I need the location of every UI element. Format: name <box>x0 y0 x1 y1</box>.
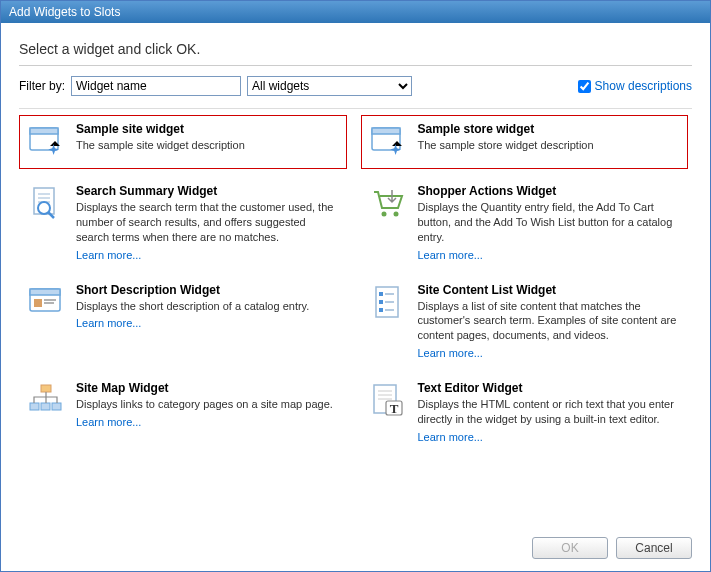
widget-description: Displays the short description of a cata… <box>76 299 340 314</box>
widget-title: Shopper Actions Widget <box>418 184 682 198</box>
widget-title: Site Map Widget <box>76 381 340 395</box>
widget-text: Sample site widgetThe sample site widget… <box>76 122 340 162</box>
learn-more-link[interactable]: Learn more... <box>418 249 682 261</box>
svg-point-11 <box>393 212 398 217</box>
widget-title: Text Editor Widget <box>418 381 682 395</box>
widget-text: Shopper Actions WidgetDisplays the Quant… <box>418 184 682 261</box>
widget-text: Site Content List WidgetDisplays a list … <box>418 283 682 360</box>
svg-rect-13 <box>30 289 60 295</box>
filter-select[interactable]: All widgets <box>247 76 412 96</box>
content-list-icon <box>368 283 408 323</box>
widget-item[interactable]: Site Content List WidgetDisplays a list … <box>361 276 689 367</box>
short-desc-icon <box>26 283 66 323</box>
widget-title: Site Content List Widget <box>418 283 682 297</box>
widget-item[interactable]: Site Map WidgetDisplays links to categor… <box>19 374 347 450</box>
window-new-icon <box>368 122 408 162</box>
search-doc-icon <box>26 184 66 224</box>
svg-point-10 <box>381 212 386 217</box>
widget-item[interactable]: Search Summary WidgetDisplays the search… <box>19 177 347 268</box>
filter-input[interactable] <box>71 76 241 96</box>
widget-description: Displays links to category pages on a si… <box>76 397 340 412</box>
widget-text: Search Summary WidgetDisplays the search… <box>76 184 340 261</box>
text-editor-icon: T <box>368 381 408 421</box>
learn-more-link[interactable]: Learn more... <box>76 249 340 261</box>
dialog-content: Select a widget and click OK. Filter by:… <box>1 23 710 571</box>
show-descriptions-toggle[interactable]: Show descriptions <box>578 79 692 93</box>
widget-title: Sample store widget <box>418 122 682 136</box>
svg-text:T: T <box>389 401 398 416</box>
svg-rect-20 <box>379 300 383 304</box>
widget-item[interactable]: TText Editor WidgetDisplays the HTML con… <box>361 374 689 450</box>
button-row: OK Cancel <box>19 525 692 559</box>
svg-rect-1 <box>30 128 58 134</box>
titlebar: Add Widgets to Slots <box>1 1 710 23</box>
widget-title: Sample site widget <box>76 122 340 136</box>
widget-description: The sample site widget description <box>76 138 340 153</box>
widget-title: Short Description Widget <box>76 283 340 297</box>
widget-text: Sample store widgetThe sample store widg… <box>418 122 682 162</box>
titlebar-text: Add Widgets to Slots <box>9 5 120 19</box>
show-descriptions-checkbox[interactable] <box>578 80 591 93</box>
svg-rect-14 <box>34 299 42 307</box>
learn-more-link[interactable]: Learn more... <box>76 416 340 428</box>
svg-rect-24 <box>41 385 51 392</box>
window-new-icon <box>26 122 66 162</box>
widget-item[interactable]: Sample store widgetThe sample store widg… <box>361 115 689 169</box>
divider <box>19 65 692 66</box>
ok-button[interactable]: OK <box>532 537 608 559</box>
widget-description: Displays the search term that the custom… <box>76 200 340 245</box>
widget-grid: Sample site widgetThe sample site widget… <box>19 109 688 450</box>
widget-text: Short Description WidgetDisplays the sho… <box>76 283 340 360</box>
show-descriptions-label: Show descriptions <box>595 79 692 93</box>
site-map-icon <box>26 381 66 421</box>
svg-rect-26 <box>41 403 50 410</box>
learn-more-link[interactable]: Learn more... <box>418 347 682 359</box>
svg-rect-27 <box>52 403 61 410</box>
svg-rect-22 <box>379 308 383 312</box>
widget-list-scroll[interactable]: Sample site widgetThe sample site widget… <box>19 108 692 525</box>
widget-description: The sample store widget description <box>418 138 682 153</box>
svg-rect-25 <box>30 403 39 410</box>
widget-description: Displays the HTML content or rich text t… <box>418 397 682 427</box>
cancel-button[interactable]: Cancel <box>616 537 692 559</box>
widget-item[interactable]: Shopper Actions WidgetDisplays the Quant… <box>361 177 689 268</box>
widget-item[interactable]: Short Description WidgetDisplays the sho… <box>19 276 347 367</box>
learn-more-link[interactable]: Learn more... <box>418 431 682 443</box>
widget-text: Text Editor WidgetDisplays the HTML cont… <box>418 381 682 443</box>
widget-description: Displays a list of site content that mat… <box>418 299 682 344</box>
widget-item[interactable]: Sample site widgetThe sample site widget… <box>19 115 347 169</box>
widget-description: Displays the Quantity entry field, the A… <box>418 200 682 245</box>
svg-rect-18 <box>379 292 383 296</box>
filter-label: Filter by: <box>19 79 65 93</box>
widget-text: Site Map WidgetDisplays links to categor… <box>76 381 340 443</box>
learn-more-link[interactable]: Learn more... <box>76 317 340 329</box>
dialog-window: Add Widgets to Slots Select a widget and… <box>0 0 711 572</box>
filter-row: Filter by: All widgets Show descriptions <box>19 76 692 96</box>
shopping-cart-icon <box>368 184 408 224</box>
svg-rect-3 <box>372 128 400 134</box>
instruction-text: Select a widget and click OK. <box>19 41 692 57</box>
widget-title: Search Summary Widget <box>76 184 340 198</box>
